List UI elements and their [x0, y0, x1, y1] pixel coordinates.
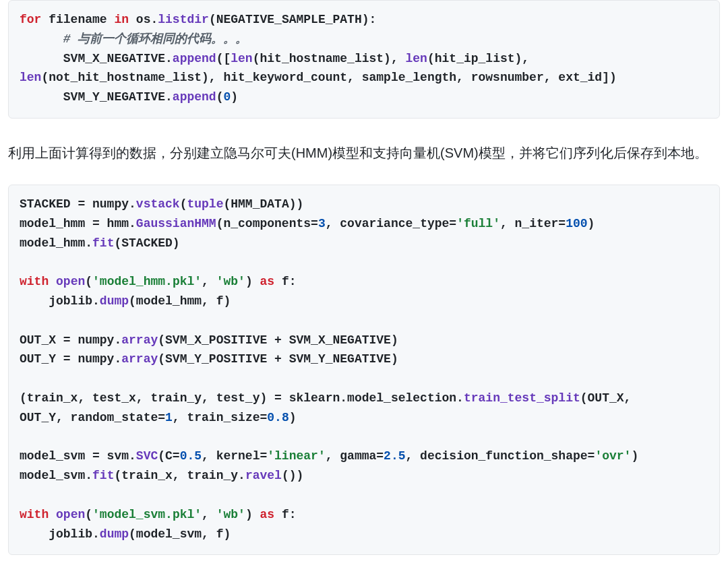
fn-tuple: tuple: [187, 197, 223, 211]
fn-array: array: [121, 352, 158, 366]
fn-append: append: [173, 52, 216, 65]
fn-ravel: ravel: [245, 469, 282, 482]
kw-as: as: [260, 275, 275, 288]
fn-listdir: listdir: [158, 13, 209, 26]
fn-len: len: [406, 52, 427, 65]
kw-as: as: [260, 508, 275, 521]
fn-fit: fit: [92, 236, 114, 250]
kw-with: with: [20, 275, 49, 288]
fn-train-test-split: train_test_split: [464, 391, 580, 405]
code-2: STACKED = numpy.vstack(tuple(HMM_DATA)) …: [20, 195, 708, 544]
kw-in: in: [114, 13, 129, 26]
fn-vstack: vstack: [136, 197, 180, 211]
fn-len: len: [231, 52, 252, 65]
fn-gaussianhmm: GaussianHMM: [136, 217, 216, 230]
kw-with: with: [20, 508, 49, 521]
num-zero: 0: [223, 90, 231, 104]
fn-fit: fit: [92, 469, 114, 482]
fn-dump: dump: [100, 527, 129, 541]
fn-len: len: [20, 71, 41, 84]
fn-array: array: [121, 333, 158, 347]
comment-zh: # 与前一个循环相同的代码。。。: [63, 32, 248, 46]
fn-open: open: [56, 508, 85, 521]
fn-dump: dump: [100, 294, 129, 308]
paragraph-description: 利用上面计算得到的数据，分别建立隐马尔可夫(HMM)模型和支持向量机(SVM)模…: [8, 140, 720, 166]
code-block-2: STACKED = numpy.vstack(tuple(HMM_DATA)) …: [8, 185, 720, 555]
fn-append: append: [173, 90, 216, 104]
fn-open: open: [56, 275, 85, 288]
fn-svc: SVC: [136, 449, 158, 463]
kw-for: for: [20, 13, 41, 26]
code-1: for filename in os.listdir(NEGATIVE_SAMP…: [20, 10, 708, 107]
code-block-1: for filename in os.listdir(NEGATIVE_SAMP…: [8, 0, 720, 119]
